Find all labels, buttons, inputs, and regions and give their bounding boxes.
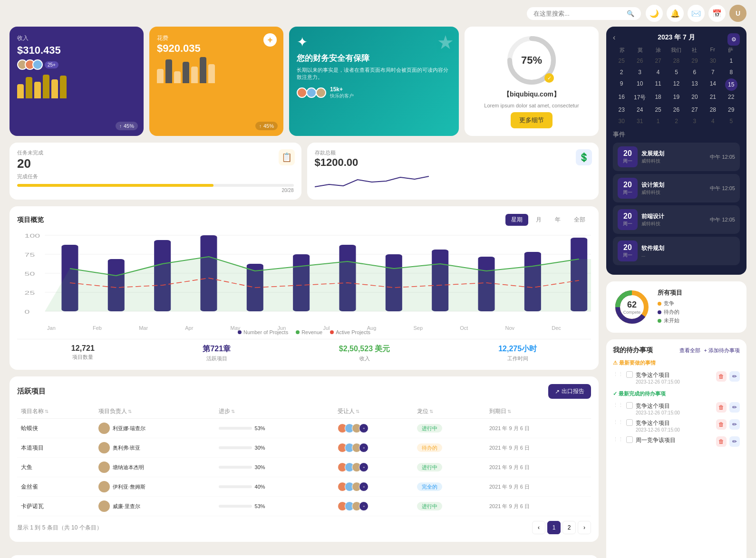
cal-cell-21[interactable]: 16 (613, 92, 630, 104)
cal-cell-40[interactable]: 4 (704, 116, 721, 126)
todo-edit-1[interactable]: ✏ (729, 371, 740, 382)
cal-cell-26[interactable]: 21 (704, 92, 721, 104)
page-buttons[interactable]: ‹ 1 2 › (532, 521, 591, 534)
drag-handle-3[interactable]: ⋮⋮ (613, 419, 623, 425)
user-avatar[interactable]: U (729, 5, 746, 22)
cell-due-2: 2021 年 9 月 6 日 (485, 458, 591, 477)
cal-cell-24[interactable]: 19 (668, 92, 685, 104)
drag-handle-4[interactable]: ⋮⋮ (613, 436, 623, 443)
cal-cell-3[interactable]: 28 (668, 56, 685, 66)
cal-cell-1[interactable]: 26 (631, 56, 648, 66)
tab-year[interactable]: 年 (549, 214, 566, 226)
savings-icon: 💲 (576, 149, 592, 165)
todo-text-wrap-1: 竞争这个项目 2023-12-26 07:15:00 (636, 371, 713, 385)
cal-cell-7[interactable]: 2 (613, 67, 630, 77)
cal-cell-39[interactable]: 3 (686, 116, 703, 126)
drag-handle-1[interactable]: ⋮⋮ (613, 371, 623, 377)
cal-cell-5[interactable]: 30 (704, 56, 721, 66)
tab-all[interactable]: 全部 (568, 214, 591, 226)
prev-page-btn[interactable]: ‹ (532, 521, 545, 534)
cal-cell-8[interactable]: 3 (631, 67, 648, 77)
cal-prev-btn[interactable]: ‹ (613, 33, 615, 42)
checkbox-4[interactable] (626, 436, 633, 443)
todo-edit-2[interactable]: ✏ (729, 402, 740, 413)
exp-bar-7 (208, 64, 215, 83)
calendar-settings-btn[interactable]: ⚙ (727, 33, 740, 46)
cal-cell-15[interactable]: 10 (631, 78, 648, 91)
cell-status-2: 进行中 (413, 458, 485, 477)
todo-item-1: ⋮⋮ 竞争这个项目 2023-12-26 07:15:00 🗑 ✏ (613, 369, 740, 386)
cal-cell-12[interactable]: 7 (704, 67, 721, 77)
cal-cell-14[interactable]: 9 (613, 78, 630, 91)
search-input[interactable] (533, 10, 623, 17)
cal-cell-38[interactable]: 2 (668, 116, 685, 126)
more-details-btn[interactable]: 更多细节 (511, 112, 552, 128)
cal-grid: 2526272829301234567891011121314151617号18… (613, 56, 740, 126)
avatar-count: 25+ (45, 61, 58, 68)
cal-cell-18[interactable]: 13 (686, 78, 703, 91)
calendar-btn[interactable]: 📅 (708, 5, 726, 22)
cal-cell-33[interactable]: 28 (704, 105, 721, 115)
cal-cell-30[interactable]: 25 (649, 105, 667, 115)
cal-cell-27[interactable]: 22 (723, 92, 740, 104)
cell-status-0: 进行中 (413, 419, 485, 438)
checkbox-1[interactable] (626, 371, 633, 378)
todo-del-4[interactable]: 🗑 (716, 436, 727, 447)
cal-cell-35[interactable]: 30 (613, 116, 630, 126)
cal-cell-25[interactable]: 20 (686, 92, 703, 104)
cal-cell-10[interactable]: 5 (668, 67, 685, 77)
cal-cell-9[interactable]: 4 (649, 67, 667, 77)
cal-cell-13[interactable]: 8 (723, 67, 740, 77)
checkbox-3[interactable] (626, 419, 633, 426)
notifications-btn[interactable]: 🔔 (667, 5, 684, 22)
cal-cell-32[interactable]: 27 (686, 105, 703, 115)
cal-cell-29[interactable]: 24 (631, 105, 648, 115)
cal-cell-28[interactable]: 23 (613, 105, 630, 115)
checkbox-2[interactable] (626, 402, 633, 409)
dark-mode-btn[interactable]: 🌙 (646, 5, 663, 22)
search-box[interactable]: 🔍 (527, 7, 641, 20)
tab-month[interactable]: 月 (530, 214, 547, 226)
cal-cell-17[interactable]: 12 (668, 78, 685, 91)
cal-cell-4[interactable]: 29 (686, 56, 703, 66)
cal-cell-19[interactable]: 14 (704, 78, 721, 91)
cal-header: ‹ 2023 年 7 月 › (613, 33, 740, 42)
event-time-0: 中午 12:05 (710, 154, 735, 161)
page-1-btn[interactable]: 1 (547, 521, 561, 534)
expense-add-btn[interactable]: + (263, 33, 277, 47)
todo-del-3[interactable]: 🗑 (716, 419, 727, 430)
drag-handle-2[interactable]: ⋮⋮ (613, 402, 623, 408)
cal-cell-2[interactable]: 27 (649, 56, 667, 66)
cal-cell-0[interactable]: 25 (613, 56, 630, 66)
bar-1 (17, 84, 24, 98)
todo-edit-3[interactable]: ✏ (729, 419, 740, 430)
cal-cell-37[interactable]: 1 (649, 116, 667, 126)
circle-percent: 75% (521, 54, 542, 67)
tasks-fraction: 20/28 (17, 188, 294, 193)
exp-bar-3 (174, 71, 181, 83)
todo-view-all-btn[interactable]: 查看全部 (679, 347, 700, 354)
next-page-btn[interactable]: › (578, 521, 591, 534)
tab-week[interactable]: 星期 (505, 214, 528, 226)
cal-cell-34[interactable]: 29 (723, 105, 740, 115)
todo-del-2[interactable]: 🗑 (716, 402, 727, 413)
cal-cell-31[interactable]: 26 (668, 105, 685, 115)
todo-edit-4[interactable]: ✏ (729, 436, 740, 447)
page-2-btn[interactable]: 2 (562, 521, 576, 534)
cal-cell-20[interactable]: 15 (725, 78, 737, 91)
todo-text-2: 竞争这个项目 (636, 402, 713, 410)
cal-cell-16[interactable]: 11 (649, 78, 667, 91)
cal-cell-22[interactable]: 17号 (631, 92, 648, 104)
cal-cell-23[interactable]: 18 (649, 92, 667, 104)
cell-lead-3: 伊利亚·詹姆斯 (95, 477, 215, 497)
chart-tabs[interactable]: 星期 月 年 全部 (505, 214, 591, 226)
stat-projects: 12,721 项目数量 (71, 344, 95, 362)
cal-cell-6[interactable]: 1 (723, 56, 740, 66)
cal-cell-11[interactable]: 6 (686, 67, 703, 77)
todo-add-btn[interactable]: + 添加待办事项 (704, 347, 740, 354)
mail-btn[interactable]: ✉️ (688, 5, 705, 22)
export-btn[interactable]: ↗ 出口报告 (548, 384, 591, 399)
cal-cell-41[interactable]: 5 (723, 116, 740, 126)
todo-del-1[interactable]: 🗑 (716, 371, 727, 382)
cal-cell-36[interactable]: 31 (631, 116, 648, 126)
